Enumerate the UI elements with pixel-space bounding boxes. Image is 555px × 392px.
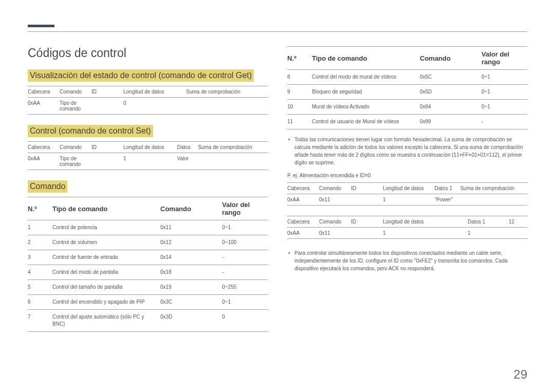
th: Datos 1 [468, 216, 509, 228]
td: 0x3D [160, 310, 222, 332]
td: 0 [222, 310, 268, 332]
td: 0~255 [222, 280, 268, 295]
td: 0x5C [420, 70, 482, 85]
td: Tipo de comando [60, 98, 91, 115]
td: 1 [123, 153, 177, 170]
th: Tipo de comando [52, 197, 160, 220]
td [91, 153, 123, 170]
td: Control de fuente de entrada [52, 250, 160, 265]
th: Comando [60, 142, 91, 153]
table-row: 7Control del ajuste automático (sólo PC … [28, 310, 268, 332]
td: 10 [287, 100, 312, 115]
th: Datos 1 [435, 183, 460, 194]
th: Suma de comprobación [460, 183, 527, 194]
td: 0x11 [319, 194, 351, 206]
th: ID [91, 86, 123, 98]
td: Control del ajuste automático (sólo PC y… [52, 310, 160, 332]
td [186, 98, 268, 115]
td [91, 98, 123, 115]
td: Bloqueo de seguridad [312, 85, 420, 100]
td: 0~1 [482, 100, 527, 115]
table-header-row: Cabecera Comando ID Longitud de datos Da… [287, 216, 527, 228]
th: N.º [28, 197, 52, 220]
td: 1 [383, 228, 468, 239]
td: Control de potencia [52, 220, 160, 235]
table-row: 9Bloqueo de seguridad0x5D0~1 [287, 85, 527, 100]
td: 0x12 [160, 235, 222, 250]
td: Valor [177, 153, 198, 170]
table-row: 1Control de potencia0x110~1 [28, 220, 268, 235]
td: 9 [287, 85, 312, 100]
th: 12 [509, 216, 527, 228]
td: 0x89 [420, 115, 482, 129]
td: 0~1 [222, 220, 268, 235]
td: 0xAA [287, 194, 319, 206]
header-rule [28, 31, 527, 32]
th: ID [91, 142, 123, 153]
td: "Power" [435, 194, 460, 206]
th: Valor del rango [482, 47, 527, 70]
table-header-row: Cabecera Comando ID Longitud de datos Da… [287, 183, 527, 194]
td: 0~1 [222, 295, 268, 310]
td: Control de usuario de Mural de vídeos [312, 115, 420, 129]
table-row: 4Control del modo de pantalla0x18- [28, 265, 268, 280]
table-row: 6Control del encendido y apagado de PIP0… [28, 295, 268, 310]
th: Valor del rango [222, 197, 268, 220]
table-row: 10Mural de vídeos Activado0x840~1 [287, 100, 527, 115]
td: 0x84 [420, 100, 482, 115]
th: Cabecera [287, 183, 319, 194]
page: Códigos de control Visualización del est… [0, 0, 555, 392]
table-row: 5Control del tamaño de pantalla0x190~255 [28, 280, 268, 295]
td: 0x11 [160, 220, 222, 235]
td: 6 [28, 295, 52, 310]
th: Longitud de datos [383, 216, 468, 228]
example-table-1: Cabecera Comando ID Longitud de datos Da… [287, 182, 527, 206]
page-title: Códigos de control [28, 46, 268, 60]
section-set-heading: Control (comando de control Set) [28, 125, 153, 137]
td: Control del encendido y apagado de PIP [52, 295, 160, 310]
set-table: Cabecera Comando ID Longitud de datos Da… [28, 141, 268, 170]
td: 0xAA [28, 153, 60, 170]
th: Suma de comprobación [186, 86, 268, 98]
th: Comando [160, 197, 222, 220]
td: 0x5D [420, 85, 482, 100]
bullet-note-broadcast: Para controlar simultáneamente todos los… [287, 249, 527, 272]
td: 0x14 [160, 250, 222, 265]
th: ID [351, 183, 383, 194]
td [351, 194, 383, 206]
td: 2 [28, 235, 52, 250]
td: 1 [28, 220, 52, 235]
td: 7 [28, 310, 52, 332]
td: Control del tamaño de pantalla [52, 280, 160, 295]
td: 0xAA [287, 228, 319, 239]
td [198, 153, 268, 170]
th: Longitud de datos [123, 86, 186, 98]
table-header-row: N.º Tipo de comando Comando Valor del ra… [28, 197, 268, 220]
td: 5 [28, 280, 52, 295]
td [460, 194, 527, 206]
th: ID [351, 216, 383, 228]
section-command-heading: Comando [28, 180, 67, 193]
td: 0x11 [319, 228, 351, 239]
td: 1 [468, 228, 509, 239]
td: 0x19 [160, 280, 222, 295]
td: 0~100 [222, 235, 268, 250]
th: Cabecera [28, 142, 60, 153]
table-row: 0xAA Tipo de comando 0 [28, 98, 268, 115]
example-label: P. ej. Alimentación encendida e ID=0 [287, 172, 527, 179]
td: 0x18 [160, 265, 222, 280]
td: - [222, 250, 268, 265]
left-column: Códigos de control Visualización del est… [28, 46, 268, 332]
td: 11 [287, 115, 312, 129]
td: 0~1 [482, 85, 527, 100]
table-row: 11Control de usuario de Mural de vídeos0… [287, 115, 527, 129]
table-header-row: Cabecera Comando ID Longitud de datos Su… [28, 86, 268, 98]
th: Comando [319, 216, 351, 228]
td: 1 [383, 194, 435, 206]
td: Control de volumen [52, 235, 160, 250]
command-table-right: N.º Tipo de comando Comando Valor del ra… [287, 46, 527, 129]
td: 0xAA [28, 98, 60, 115]
table-row: 0xAA 0x11 1 1 [287, 228, 527, 239]
header-accent-bar [28, 25, 54, 27]
td: 8 [287, 70, 312, 85]
